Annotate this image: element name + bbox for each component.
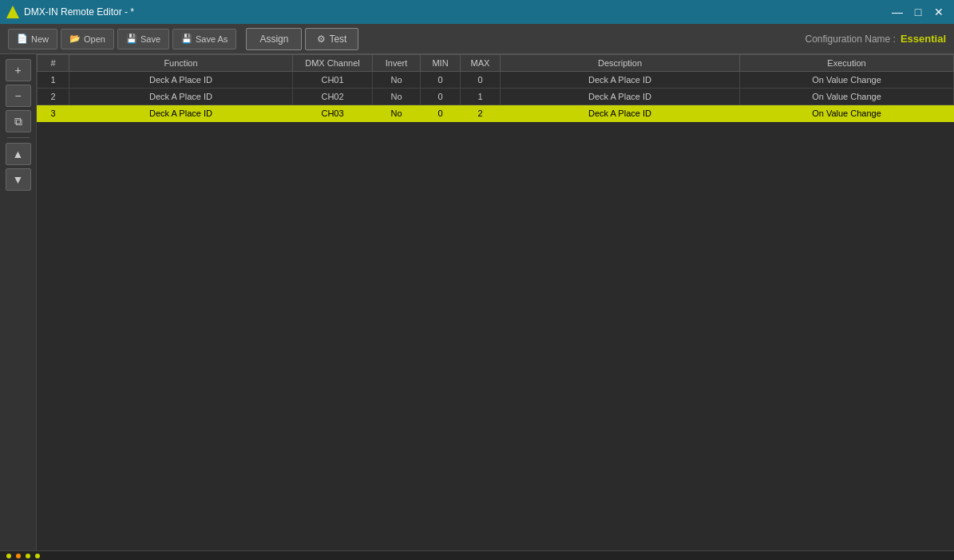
cell-invert: No <box>373 89 421 105</box>
cell-description: Deck A Place ID <box>501 89 740 105</box>
add-row-button[interactable]: + <box>6 59 31 81</box>
save-icon: 💾 <box>126 34 137 44</box>
cell-min: 0 <box>421 105 461 122</box>
cell-dmx: CH03 <box>293 105 373 122</box>
new-icon: 📄 <box>17 34 28 44</box>
cell-function: Deck A Place ID <box>69 72 293 89</box>
status-dot-2 <box>16 554 21 558</box>
cell-execution: On Value Change <box>740 105 954 122</box>
cell-max: 1 <box>461 89 501 105</box>
test-button[interactable]: ⚙ Test <box>305 28 358 50</box>
col-header-description: Description <box>501 55 740 72</box>
table-row[interactable]: 3Deck A Place IDCH03No02Deck A Place IDO… <box>38 105 954 122</box>
cell-max: 0 <box>461 72 501 89</box>
config-name-value: Essential <box>901 33 946 45</box>
cell-num: 3 <box>38 105 69 122</box>
table-header-row: # Function DMX Channel Invert MIN MAX De… <box>38 55 954 72</box>
cell-max: 2 <box>461 105 501 122</box>
status-dot-1 <box>6 554 11 558</box>
maximize-button[interactable]: □ <box>909 3 927 21</box>
table-container: # Function DMX Channel Invert MIN MAX De… <box>37 54 954 560</box>
sidebar-separator <box>7 137 30 138</box>
cell-description: Deck A Place ID <box>501 72 740 89</box>
col-header-invert: Invert <box>373 55 421 72</box>
new-button[interactable]: 📄 New <box>8 29 57 49</box>
move-down-button[interactable]: ▼ <box>6 168 31 191</box>
main-area: + − ⧉ ▲ ▼ # Function DMX Channel Invert … <box>0 54 954 560</box>
cell-description: Deck A Place ID <box>501 105 740 122</box>
open-button[interactable]: 📂 Open <box>61 29 114 49</box>
cell-num: 2 <box>38 89 69 105</box>
sidebar: + − ⧉ ▲ ▼ <box>0 54 37 560</box>
window-controls: — □ ✕ <box>889 3 948 21</box>
save-as-icon: 💾 <box>181 34 192 44</box>
col-header-execution: Execution <box>740 55 954 72</box>
col-header-dmx: DMX Channel <box>293 55 373 72</box>
title-bar: DMX-IN Remote Editor - * — □ ✕ <box>0 0 954 24</box>
assign-button[interactable]: Assign <box>246 28 302 50</box>
copy-row-button[interactable]: ⧉ <box>6 110 31 132</box>
col-header-function: Function <box>69 55 293 72</box>
config-name-area: Configuration Name : Essential <box>806 33 946 45</box>
col-header-num: # <box>38 55 69 72</box>
config-name-label: Configuration Name : <box>806 34 896 45</box>
table-row[interactable]: 1Deck A Place IDCH01No00Deck A Place IDO… <box>38 72 954 89</box>
cell-invert: No <box>373 105 421 122</box>
save-as-button[interactable]: 💾 Save As <box>172 29 236 49</box>
open-icon: 📂 <box>69 34 81 44</box>
test-icon: ⚙ <box>317 34 326 45</box>
col-header-max: MAX <box>461 55 501 72</box>
cell-dmx: CH02 <box>293 89 373 105</box>
remove-row-button[interactable]: − <box>6 85 31 107</box>
data-table: # Function DMX Channel Invert MIN MAX De… <box>37 54 954 122</box>
status-dot-4 <box>35 554 40 558</box>
move-up-button[interactable]: ▲ <box>6 143 31 165</box>
minimize-button[interactable]: — <box>889 3 906 21</box>
save-button[interactable]: 💾 Save <box>117 29 169 49</box>
table-row[interactable]: 2Deck A Place IDCH02No01Deck A Place IDO… <box>38 89 954 105</box>
app-icon <box>6 6 19 18</box>
cell-dmx: CH01 <box>293 72 373 89</box>
status-bar <box>0 550 954 560</box>
cell-execution: On Value Change <box>740 89 954 105</box>
status-dot-3 <box>26 554 30 558</box>
cell-invert: No <box>373 72 421 89</box>
cell-function: Deck A Place ID <box>69 105 293 122</box>
cell-min: 0 <box>421 89 461 105</box>
cell-execution: On Value Change <box>740 72 954 89</box>
toolbar: 📄 New 📂 Open 💾 Save 💾 Save As Assign ⚙ T… <box>0 24 954 54</box>
close-button[interactable]: ✕ <box>930 3 948 21</box>
cell-function: Deck A Place ID <box>69 89 293 105</box>
cell-num: 1 <box>38 72 69 89</box>
col-header-min: MIN <box>421 55 461 72</box>
app-title: DMX-IN Remote Editor - * <box>24 6 134 18</box>
cell-min: 0 <box>421 72 461 89</box>
